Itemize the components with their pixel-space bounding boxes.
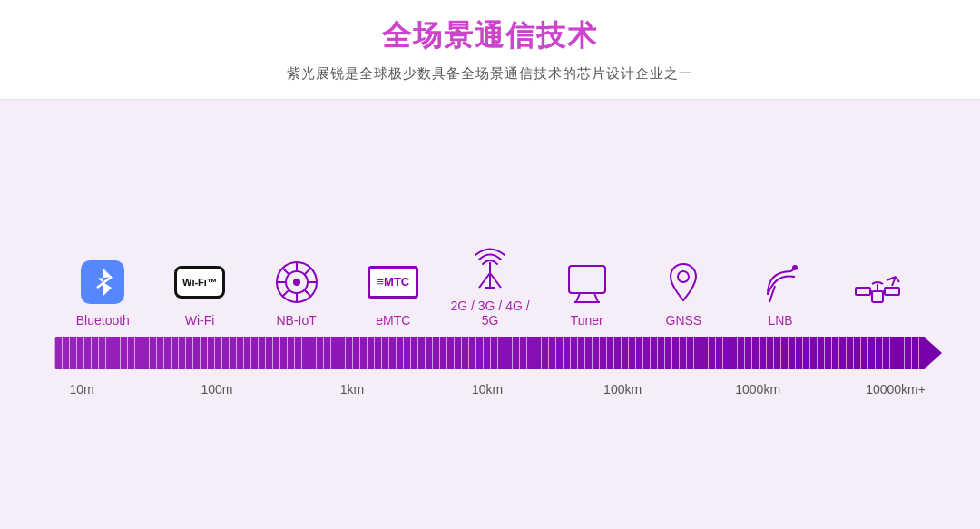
svg-line-8 (282, 268, 289, 275)
tuner-label: Tuner (571, 313, 603, 328)
wifi-icon: Wi-Fi™ (174, 257, 225, 308)
svg-line-10 (304, 268, 311, 275)
nbiot-icon (271, 257, 322, 308)
emtc-icon: ≡MTC (368, 257, 418, 308)
svg-rect-24 (872, 291, 883, 302)
svg-rect-26 (885, 288, 899, 295)
satellite-icon (852, 271, 903, 322)
bluetooth-icon (77, 257, 128, 308)
icon-item-tuner: Tuner (538, 257, 635, 328)
icon-item-cellular: 2G / 3G / 4G / 5G (442, 242, 539, 328)
icon-item-nbiot: NB-IoT (248, 257, 345, 328)
svg-point-22 (792, 265, 798, 270)
header-section: 全场景通信技术 紫光展锐是全球极少数具备全场景通信技术的芯片设计企业之一 (0, 0, 980, 100)
icon-item-wifi: Wi-Fi™ Wi-Fi (152, 257, 249, 328)
gnss-icon (658, 257, 709, 308)
icon-item-emtc: ≡MTC eMTC (345, 257, 442, 328)
distance-10km: 10km (460, 382, 514, 397)
distance-10000km: 10000km+ (866, 382, 926, 397)
bluetooth-label: Bluetooth (76, 313, 130, 328)
svg-line-17 (576, 293, 580, 302)
cellular-label: 2G / 3G / 4G / 5G (442, 299, 539, 328)
svg-line-15 (490, 273, 501, 288)
ruler-container (36, 337, 944, 369)
distance-100km: 100km (595, 382, 650, 397)
emtc-label: eMTC (376, 313, 410, 328)
subtitle: 紫光展锐是全球极少数具备全场景通信技术的芯片设计企业之一 (287, 65, 693, 83)
cellular-icon (465, 242, 515, 293)
tuner-icon (562, 257, 612, 308)
ruler-ticks (54, 337, 926, 369)
icon-item-bluetooth: Bluetooth (54, 257, 152, 328)
icon-item-lnb: LNB (732, 257, 829, 328)
distance-100m: 100m (190, 382, 244, 397)
svg-point-3 (293, 279, 300, 286)
distance-1km: 1km (325, 382, 379, 397)
distance-row: 10m 100m 1km 10km 100km 1000km 10000km+ (36, 377, 944, 397)
icon-item-gnss: GNSS (635, 257, 732, 328)
svg-point-20 (678, 271, 689, 282)
icons-row: Bluetooth Wi-Fi™ Wi-Fi (36, 242, 944, 328)
svg-line-18 (594, 293, 598, 302)
svg-line-9 (304, 289, 311, 297)
icon-item-satellite (828, 271, 926, 328)
svg-line-14 (479, 273, 490, 288)
svg-line-11 (282, 289, 289, 297)
ruler-bar (54, 337, 926, 369)
lnb-icon (755, 257, 806, 308)
svg-rect-16 (569, 266, 605, 293)
distance-10m: 10m (54, 382, 109, 397)
svg-rect-25 (856, 288, 870, 295)
nbiot-label: NB-IoT (277, 313, 317, 328)
gnss-label: GNSS (666, 313, 702, 328)
wifi-label: Wi-Fi (185, 313, 215, 328)
main-content: Bluetooth Wi-Fi™ Wi-Fi (0, 100, 980, 529)
distance-1000km: 1000km (730, 382, 785, 397)
lnb-label: LNB (768, 313, 792, 328)
main-title: 全场景通信技术 (382, 16, 598, 56)
